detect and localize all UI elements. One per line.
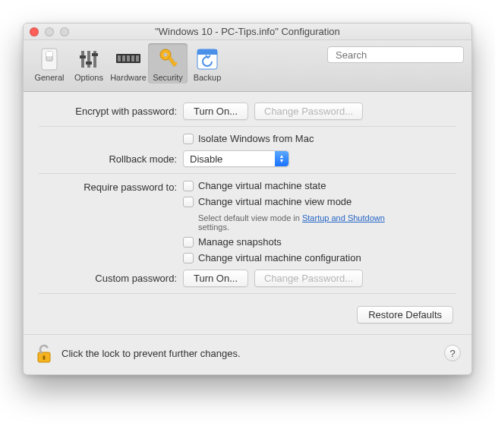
checkbox-icon [183,181,194,191]
toolbar-label: Hardware [110,73,147,82]
startup-shutdown-link[interactable]: Startup and Shutdown [302,213,385,222]
require-label: Require password to: [39,180,183,193]
require-config-label: Change virtual machine configuration [198,252,361,263]
svg-rect-10 [118,55,121,62]
encrypt-turn-on-button[interactable]: Turn On... [183,103,248,120]
require-state-label: Change virtual machine state [198,180,326,191]
svg-rect-20 [197,49,217,55]
backup-icon [196,48,219,71]
toolbar-item-general[interactable]: General [30,43,69,84]
require-state-checkbox[interactable]: Change virtual machine state [183,180,326,191]
restore-defaults-button[interactable]: Restore Defaults [357,306,453,323]
divider [39,126,456,127]
footer: Click the lock to prevent further change… [24,334,471,374]
sliders-icon [77,48,100,71]
viewmode-help: Select default view mode in Startup and … [183,213,396,232]
toolbar-item-backup[interactable]: Backup [188,43,227,84]
switch-icon [39,47,60,71]
svg-rect-24 [43,355,46,360]
divider [39,293,456,294]
svg-rect-11 [122,55,125,62]
svg-rect-13 [131,55,134,62]
toolbar-label: Backup [194,73,222,82]
require-snapshots-checkbox[interactable]: Manage snapshots [183,236,282,248]
toolbar-item-hardware[interactable]: Hardware [109,43,148,84]
rollback-select[interactable]: Disable ▲▼ [183,150,289,167]
checkbox-icon [183,134,194,144]
minimize-icon [45,27,54,36]
checkbox-icon [183,237,194,248]
divider [39,173,456,174]
require-viewmode-label: Change virtual machine view mode [198,196,352,207]
isolate-checkbox[interactable]: Isolate Windows from Mac [183,133,314,144]
help-button[interactable]: ? [444,345,461,361]
content-pane: Encrypt with password: Turn On... Change… [24,92,471,334]
toolbar-item-options[interactable]: Options [69,43,109,84]
zoom-icon [60,27,69,36]
footer-text: Click the lock to prevent further change… [61,348,241,359]
require-config-checkbox[interactable]: Change virtual machine configuration [183,252,361,263]
svg-rect-2 [46,52,52,56]
configuration-window: "Windows 10 - PC-Tips.info" Configuratio… [23,23,472,375]
search-input[interactable] [336,49,463,61]
window-title: "Windows 10 - PC-Tips.info" Configuratio… [24,26,471,37]
require-snapshots-label: Manage snapshots [198,236,282,248]
encrypt-change-password-button: Change Password... [254,103,363,120]
traffic-lights [30,27,69,36]
close-icon[interactable] [30,27,39,36]
toolbar-label: General [34,73,64,82]
custom-turn-on-button[interactable]: Turn On... [183,270,248,287]
svg-rect-4 [87,51,90,68]
svg-rect-14 [136,55,139,62]
search-field[interactable] [327,46,464,63]
titlebar: "Windows 10 - PC-Tips.info" Configuratio… [24,24,471,40]
chevrons-icon: ▲▼ [275,151,288,166]
svg-rect-7 [86,62,92,65]
custom-password-label: Custom password: [39,273,183,284]
toolbar-label: Security [153,73,183,82]
checkbox-icon [183,253,194,263]
key-icon [156,47,179,71]
custom-change-password-button: Change Password... [254,270,363,287]
ram-icon [115,52,141,67]
rollback-value: Disable [190,153,222,165]
toolbar: General Options Hardware Security Backup [24,40,471,92]
isolate-label: Isolate Windows from Mac [198,133,314,144]
toolbar-label: Options [74,73,103,82]
svg-point-16 [164,53,168,57]
svg-rect-6 [80,55,86,58]
lock-open-icon[interactable] [34,342,54,364]
svg-rect-3 [81,51,84,68]
toolbar-item-security[interactable]: Security [148,43,188,84]
checkbox-icon [183,197,194,207]
svg-rect-12 [127,55,130,62]
rollback-label: Rollback mode: [39,153,183,165]
svg-rect-8 [92,53,98,56]
encrypt-label: Encrypt with password: [39,106,183,117]
require-viewmode-checkbox[interactable]: Change virtual machine view mode [183,196,352,207]
